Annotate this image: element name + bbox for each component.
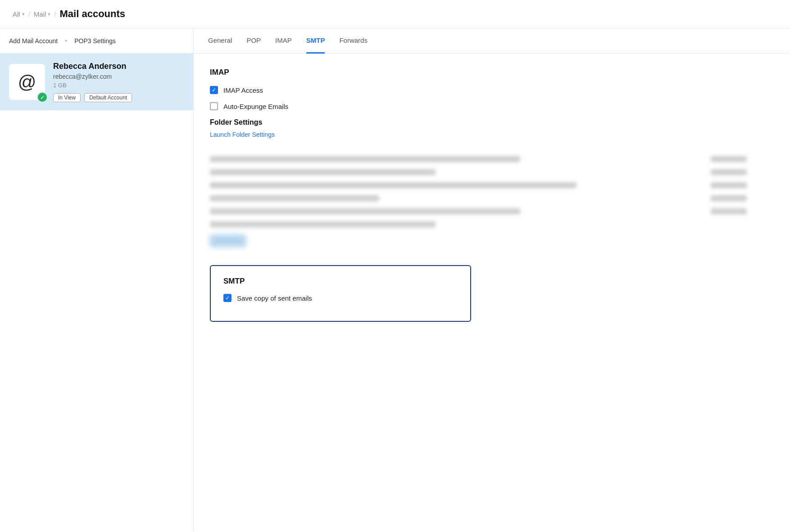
tab-forwards[interactable]: Forwards bbox=[339, 29, 368, 54]
save-copy-label: Save copy of sent emails bbox=[237, 294, 312, 302]
folder-settings-section: Folder Settings Launch Folder Settings bbox=[210, 118, 774, 138]
blurred-right-content bbox=[711, 156, 747, 214]
blurred-line-5 bbox=[210, 208, 520, 214]
smtp-card: SMTP ✓ Save copy of sent emails bbox=[210, 265, 471, 322]
breadcrumb-all[interactable]: All ▾ bbox=[13, 10, 25, 18]
account-info: Rebecca Anderson rebecca@zylker.com 1 GB… bbox=[53, 62, 132, 102]
imap-access-label: IMAP Access bbox=[223, 86, 263, 94]
folder-settings-title: Folder Settings bbox=[210, 118, 774, 126]
auto-expunge-label: Auto-Expunge Emails bbox=[223, 103, 288, 110]
tab-general[interactable]: General bbox=[208, 29, 232, 54]
blurred-content-area bbox=[210, 151, 774, 252]
chevron-all-icon: ▾ bbox=[22, 11, 25, 17]
page-title: Mail accounts bbox=[60, 8, 125, 20]
content-area: IMAP ✓ IMAP Access Auto-Expunge Emails F… bbox=[194, 54, 790, 531]
blurred-table bbox=[210, 151, 774, 252]
blurred-right-box-2 bbox=[711, 169, 747, 175]
blurred-right-box-3 bbox=[711, 182, 747, 188]
left-panel: Add Mail Account POP3 Settings @ ✓ Rebec… bbox=[0, 28, 194, 531]
breadcrumb: All ▾ / Mail ▾ / Mail accounts bbox=[0, 0, 790, 28]
account-email: rebecca@zylker.com bbox=[53, 73, 132, 80]
blurred-right-box-5 bbox=[711, 208, 747, 214]
launch-folder-settings-link[interactable]: Launch Folder Settings bbox=[210, 131, 275, 138]
imap-access-row: ✓ IMAP Access bbox=[210, 86, 774, 94]
right-panel: General POP IMAP SMTP Forwards IMAP ✓ IM… bbox=[194, 28, 790, 531]
breadcrumb-separator-2: / bbox=[54, 10, 56, 18]
auto-expunge-checkbox[interactable] bbox=[210, 102, 218, 110]
auto-expunge-row: Auto-Expunge Emails bbox=[210, 102, 774, 110]
tab-pop[interactable]: POP bbox=[246, 29, 261, 54]
add-mail-account-button[interactable]: Add Mail Account bbox=[9, 37, 58, 45]
avatar: @ ✓ bbox=[9, 64, 45, 100]
blurred-line-1 bbox=[210, 156, 520, 162]
check-badge-icon: ✓ bbox=[37, 92, 48, 103]
left-toolbar: Add Mail Account POP3 Settings bbox=[0, 28, 193, 54]
chevron-mail-icon: ▾ bbox=[48, 11, 50, 17]
account-name: Rebecca Anderson bbox=[53, 62, 132, 71]
save-copy-row: ✓ Save copy of sent emails bbox=[223, 294, 458, 302]
account-list: @ ✓ Rebecca Anderson rebecca@zylker.com … bbox=[0, 54, 193, 531]
main-container: Add Mail Account POP3 Settings @ ✓ Rebec… bbox=[0, 28, 790, 531]
pop3-settings-button[interactable]: POP3 Settings bbox=[74, 37, 116, 45]
blurred-line-3 bbox=[210, 182, 577, 188]
imap-section-title: IMAP bbox=[210, 68, 774, 77]
default-account-badge[interactable]: Default Account bbox=[84, 93, 132, 102]
account-storage: 1 GB bbox=[53, 82, 132, 89]
tab-imap[interactable]: IMAP bbox=[275, 29, 292, 54]
toolbar-separator bbox=[65, 40, 67, 42]
at-icon: @ bbox=[18, 72, 36, 92]
save-copy-checkbox[interactable]: ✓ bbox=[223, 294, 232, 302]
tab-bar: General POP IMAP SMTP Forwards bbox=[194, 28, 790, 54]
breadcrumb-separator-1: / bbox=[28, 10, 30, 18]
smtp-card-title: SMTP bbox=[223, 277, 458, 286]
breadcrumb-mail[interactable]: Mail ▾ bbox=[34, 10, 51, 18]
blurred-line-6 bbox=[210, 221, 436, 227]
account-card[interactable]: @ ✓ Rebecca Anderson rebecca@zylker.com … bbox=[0, 54, 193, 110]
imap-access-checkbox[interactable]: ✓ bbox=[210, 86, 218, 94]
blurred-right-box-4 bbox=[711, 195, 747, 201]
blurred-line-2 bbox=[210, 169, 436, 175]
blurred-right-box-1 bbox=[711, 156, 747, 162]
account-badges: In View Default Account bbox=[53, 93, 132, 102]
blurred-button bbox=[210, 234, 246, 247]
in-view-badge[interactable]: In View bbox=[53, 93, 81, 102]
blurred-line-4 bbox=[210, 195, 379, 201]
tab-smtp[interactable]: SMTP bbox=[306, 29, 325, 54]
